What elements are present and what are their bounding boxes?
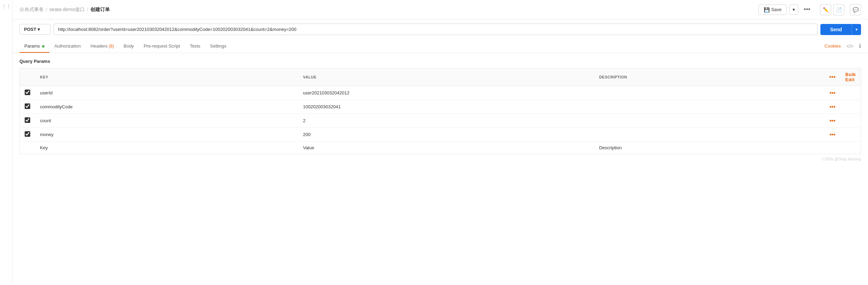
th-checkbox — [20, 68, 35, 86]
cookies-link[interactable]: Cookies — [825, 43, 841, 49]
row-action-3: ••• — [825, 128, 841, 142]
th-value: VALUE — [298, 68, 594, 86]
save-button[interactable]: 💾 Save — [759, 5, 787, 15]
footer: CSDN @Ding Jiaxiong — [13, 154, 868, 164]
row-key-2[interactable]: count — [35, 114, 298, 128]
row-desc-3[interactable] — [594, 128, 824, 142]
row-value-1[interactable]: 100202003032041 — [298, 100, 594, 114]
params-active-dot — [42, 45, 44, 48]
url-bar: POST ▾ Send ▾ — [13, 19, 868, 39]
row-checkbox-cell — [20, 86, 35, 100]
tabs-right-actions: Cookies </> ℹ — [825, 43, 861, 49]
query-params-section: Query Params KEY VALUE DESCRIPTION ••• — [13, 53, 868, 154]
placeholder-key[interactable]: Key — [35, 142, 298, 154]
sidebar-menu-icon[interactable]: ⋮⋮ — [1, 3, 11, 9]
row-extra-3 — [841, 128, 861, 142]
row-key-3[interactable]: money — [35, 128, 298, 142]
right-icon-group: ✏️ 📄 — [820, 4, 844, 15]
tab-pre-request[interactable]: Pre-request Script — [139, 39, 185, 53]
query-params-title: Query Params — [19, 59, 861, 64]
tab-authorization[interactable]: Authorization — [49, 39, 85, 53]
tab-pre-request-label: Pre-request Script — [144, 43, 180, 49]
th-key: KEY — [35, 68, 298, 86]
tabs-bar: Params Authorization Headers (8) Body Pr… — [13, 39, 868, 53]
table-row: commodityCode 100202003032041 ••• — [20, 100, 861, 114]
row-more-icon-2[interactable]: ••• — [829, 118, 835, 124]
placeholder-value[interactable]: Value — [298, 142, 594, 154]
breadcrumb-part1: 分布式事务 — [19, 7, 44, 13]
doc-icon: 📄 — [836, 7, 842, 12]
breadcrumb-part2: seata-demo接口 — [49, 7, 85, 13]
th-description: DESCRIPTION — [594, 68, 824, 86]
row-desc-0[interactable] — [594, 86, 824, 100]
table-placeholder-row: Key Value Description — [20, 142, 861, 154]
table-header-row: KEY VALUE DESCRIPTION ••• Bulk Edit — [20, 68, 861, 86]
row-checkbox-0[interactable] — [25, 90, 30, 95]
row-value-2[interactable]: 2 — [298, 114, 594, 128]
row-extra-0 — [841, 86, 861, 100]
bulk-edit-button[interactable]: Bulk Edit — [845, 72, 856, 82]
edit-button[interactable]: ✏️ — [820, 4, 831, 15]
th-more-icon[interactable]: ••• — [829, 74, 836, 80]
method-selector[interactable]: POST ▾ — [19, 24, 51, 35]
row-more-icon-0[interactable]: ••• — [829, 90, 835, 96]
code-icon[interactable]: </> — [846, 43, 853, 49]
row-checkbox-cell — [20, 128, 35, 142]
row-checkbox-1[interactable] — [25, 103, 30, 109]
comment-icon: 💬 — [853, 7, 859, 12]
row-checkbox-cell — [20, 114, 35, 128]
send-button[interactable]: Send — [820, 24, 852, 35]
watermark: CSDN @Ding Jiaxiong — [822, 157, 861, 161]
doc-button[interactable]: 📄 — [833, 4, 844, 15]
main-content: Query Params KEY VALUE DESCRIPTION ••• — [13, 53, 868, 154]
top-bar: 分布式事务 / seata-demo接口 / 创建订单 💾 Save ▾ •••… — [13, 0, 868, 19]
placeholder-action — [825, 142, 841, 154]
tab-body-label: Body — [124, 43, 134, 49]
save-dropdown-button[interactable]: ▾ — [789, 5, 798, 15]
row-value-0[interactable]: user202103032042012 — [298, 86, 594, 100]
row-key-1[interactable]: commodityCode — [35, 100, 298, 114]
breadcrumb-current: 创建订单 — [90, 7, 110, 13]
row-extra-2 — [841, 114, 861, 128]
tab-tests[interactable]: Tests — [185, 39, 205, 53]
row-value-3[interactable]: 200 — [298, 128, 594, 142]
tab-authorization-label: Authorization — [54, 43, 81, 49]
save-label: Save — [771, 7, 781, 12]
th-bulk-edit: Bulk Edit — [841, 68, 861, 86]
tab-headers[interactable]: Headers (8) — [85, 39, 118, 53]
row-action-0: ••• — [825, 86, 841, 100]
method-label: POST — [24, 27, 36, 32]
tab-params[interactable]: Params — [19, 39, 49, 53]
comment-button[interactable]: 💬 — [850, 4, 861, 15]
tab-params-label: Params — [24, 43, 40, 49]
placeholder-extra — [841, 142, 861, 154]
info-icon[interactable]: ℹ — [859, 43, 861, 49]
method-dropdown-icon: ▾ — [38, 27, 40, 32]
headers-badge: (8) — [109, 44, 114, 49]
row-checkbox-2[interactable] — [25, 117, 30, 123]
tab-body[interactable]: Body — [119, 39, 139, 53]
save-icon: 💾 — [764, 7, 770, 12]
breadcrumb-sep2: / — [87, 7, 88, 12]
table-row: money 200 ••• — [20, 128, 861, 142]
row-desc-1[interactable] — [594, 100, 824, 114]
row-more-icon-1[interactable]: ••• — [829, 104, 835, 110]
row-extra-1 — [841, 100, 861, 114]
row-key-0[interactable]: userId — [35, 86, 298, 100]
tab-tests-label: Tests — [190, 43, 200, 49]
send-wrapper: Send ▾ — [820, 24, 861, 35]
send-label: Send — [830, 27, 842, 32]
row-more-icon-3[interactable]: ••• — [829, 132, 835, 137]
breadcrumb: 分布式事务 / seata-demo接口 / 创建订单 — [19, 7, 110, 13]
params-table: KEY VALUE DESCRIPTION ••• Bulk Edit — [19, 68, 861, 154]
more-options-button[interactable]: ••• — [801, 5, 813, 15]
row-action-2: ••• — [825, 114, 841, 128]
row-checkbox-cell — [20, 100, 35, 114]
url-input[interactable] — [54, 24, 818, 35]
send-dropdown-button[interactable]: ▾ — [852, 24, 861, 35]
row-desc-2[interactable] — [594, 114, 824, 128]
edit-icon: ✏️ — [823, 7, 829, 12]
row-checkbox-3[interactable] — [25, 131, 30, 137]
placeholder-description[interactable]: Description — [594, 142, 824, 154]
tab-settings[interactable]: Settings — [205, 39, 231, 53]
